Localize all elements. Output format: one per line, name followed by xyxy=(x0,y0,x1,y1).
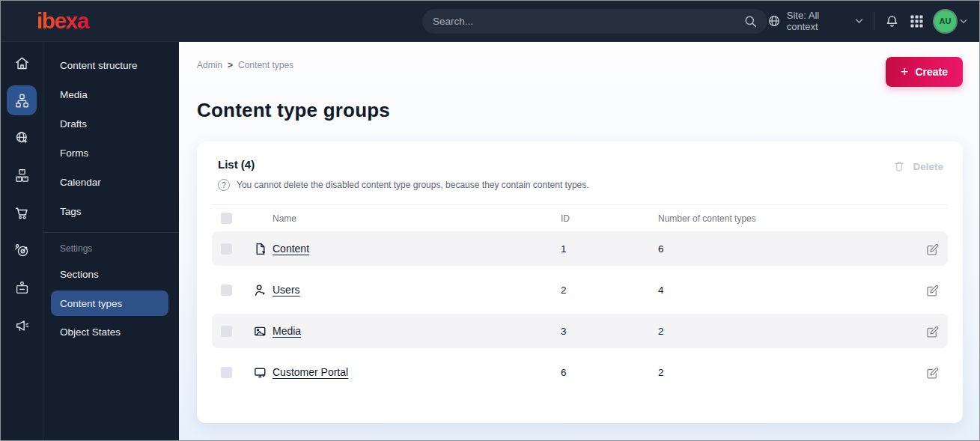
create-button[interactable]: + Create xyxy=(886,57,963,87)
column-header-id: ID xyxy=(561,213,658,224)
table-row: Users 2 4 xyxy=(212,273,948,307)
edit-icon xyxy=(925,242,939,256)
avatar-chevron-down-icon xyxy=(960,19,967,24)
rail-item-marketing[interactable] xyxy=(7,235,37,265)
content-type-groups-card: List (4) ? You cannot delete the disable… xyxy=(197,142,963,423)
search-input[interactable] xyxy=(433,16,744,27)
page-title: Content type groups xyxy=(197,99,963,122)
group-id: 6 xyxy=(561,367,658,378)
column-header-name: Name xyxy=(273,213,561,224)
column-header-count: Number of content types xyxy=(658,213,913,224)
row-checkbox[interactable] xyxy=(221,367,232,378)
marketing-target-icon xyxy=(13,242,31,259)
rail-item-admin[interactable] xyxy=(7,273,37,302)
list-hint: ? You cannot delete the disabled content… xyxy=(212,179,948,191)
content-type-groups-table: Name ID Number of content types xyxy=(212,204,948,389)
trash-icon xyxy=(892,159,906,173)
sidebar-item-tags[interactable]: Tags xyxy=(43,197,179,226)
product-catalog-icon xyxy=(13,167,31,184)
rail-item-home[interactable] xyxy=(7,48,37,78)
row-checkbox[interactable] xyxy=(221,243,232,255)
help-icon: ? xyxy=(218,179,230,191)
main-content: Admin > Content types + Create Content t… xyxy=(179,42,979,440)
edit-icon xyxy=(925,283,939,297)
edit-icon xyxy=(925,365,939,380)
plus-icon: + xyxy=(901,65,909,79)
sidebar-item-forms[interactable]: Forms xyxy=(43,139,179,168)
rail-item-content-structure[interactable] xyxy=(7,85,37,115)
edit-button[interactable] xyxy=(925,242,939,256)
group-name-link[interactable]: Users xyxy=(273,284,300,296)
site-context-label: Site: All context xyxy=(787,10,849,32)
topbar-right-cluster: Site: All context xyxy=(767,10,979,32)
site-context-selector[interactable]: Site: All context xyxy=(767,10,863,32)
group-name-link[interactable]: Media xyxy=(273,325,301,337)
ibexa-logo[interactable]: ibexa xyxy=(37,10,179,32)
topbar: ibexa Site: All context xyxy=(1,1,979,42)
table-row: Customer Portal 6 2 xyxy=(212,355,948,389)
search-bar[interactable] xyxy=(422,9,767,34)
app-window: ibexa Site: All context xyxy=(0,0,980,441)
create-button-label: Create xyxy=(915,66,948,78)
group-count: 2 xyxy=(658,326,913,337)
edit-button[interactable] xyxy=(925,365,939,380)
group-id: 3 xyxy=(561,326,658,337)
edit-button[interactable] xyxy=(925,283,939,297)
sidebar-item-content-structure[interactable]: Content structure xyxy=(43,51,179,80)
content-tree-icon xyxy=(13,92,31,109)
rail-item-commerce[interactable] xyxy=(7,198,37,228)
list-title: List (4) xyxy=(212,158,948,171)
group-count: 4 xyxy=(658,285,913,296)
list-hint-text: You cannot delete the disabled content t… xyxy=(237,180,589,190)
announcements-megaphone-icon xyxy=(13,317,31,334)
table-header-row: Name ID Number of content types xyxy=(212,204,948,231)
sidebar-item-content-types[interactable]: Content types xyxy=(51,291,168,316)
home-icon xyxy=(13,55,31,72)
group-count: 2 xyxy=(658,367,913,378)
logo-area: ibexa xyxy=(1,10,179,32)
breadcrumb-content-types: Content types xyxy=(238,60,293,70)
breadcrumb-admin[interactable]: Admin xyxy=(197,60,222,70)
sidebar-item-media[interactable]: Media xyxy=(43,80,179,109)
table-row: Media 3 2 xyxy=(212,314,948,348)
group-count: 6 xyxy=(658,243,913,255)
sidebar-item-object-states[interactable]: Object States xyxy=(43,317,179,347)
topbar-divider xyxy=(874,12,874,30)
sidebar-menu: Content structure Media Drafts Forms Cal… xyxy=(43,42,179,440)
delete-button-label: Delete xyxy=(913,161,943,172)
rail-item-announcements[interactable] xyxy=(7,310,37,340)
delete-button[interactable]: Delete xyxy=(892,159,943,173)
rail-item-site[interactable] xyxy=(7,123,37,153)
group-name-link[interactable]: Content xyxy=(273,243,309,255)
rail-item-products[interactable] xyxy=(7,160,37,190)
customer-portal-monitor-icon xyxy=(253,365,273,380)
app-grid-icon[interactable] xyxy=(910,14,924,28)
search-icon[interactable] xyxy=(744,15,757,28)
table-row: Content 1 6 xyxy=(212,231,948,266)
breadcrumb: Admin > Content types xyxy=(197,57,293,70)
icon-rail xyxy=(1,42,43,440)
select-all-checkbox[interactable] xyxy=(221,213,232,224)
row-checkbox[interactable] xyxy=(221,285,232,296)
app-body: Content structure Media Drafts Forms Cal… xyxy=(1,42,979,440)
settings-section-header: Settings xyxy=(43,237,179,260)
menu-divider xyxy=(43,232,179,233)
user-menu[interactable]: AU xyxy=(934,10,967,32)
globe-icon xyxy=(767,14,781,28)
sidebar-item-calendar[interactable]: Calendar xyxy=(43,168,179,197)
media-image-icon xyxy=(253,324,273,338)
edit-icon xyxy=(925,324,939,338)
notifications-bell-icon[interactable] xyxy=(885,14,899,28)
content-file-icon xyxy=(253,242,273,256)
sidebar-item-sections[interactable]: Sections xyxy=(43,260,179,289)
edit-button[interactable] xyxy=(925,324,939,338)
group-name-link[interactable]: Customer Portal xyxy=(273,366,348,378)
group-id: 2 xyxy=(561,285,658,296)
users-person-icon xyxy=(253,283,273,297)
chevron-down-icon xyxy=(855,18,863,24)
breadcrumb-separator: > xyxy=(228,60,233,70)
sidebar-item-drafts[interactable]: Drafts xyxy=(43,109,179,139)
avatar[interactable]: AU xyxy=(934,10,956,32)
group-id: 1 xyxy=(561,243,658,255)
row-checkbox[interactable] xyxy=(221,326,232,337)
